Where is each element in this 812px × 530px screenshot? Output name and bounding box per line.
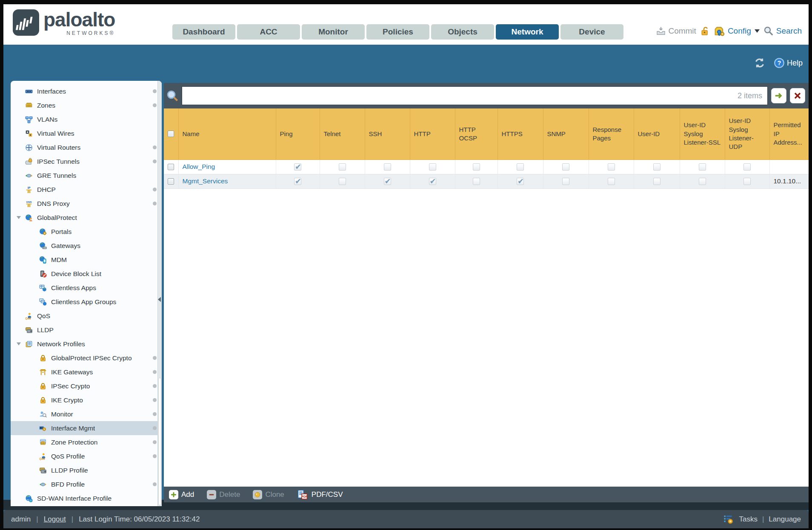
column-header-ping[interactable]: Ping xyxy=(276,108,320,160)
column-header-permitted-ip-address[interactable]: Permitted IP Address... xyxy=(769,108,809,160)
column-header-user-id-syslog-listener-udp[interactable]: User-ID Syslog Listener-UDP xyxy=(725,108,769,160)
tab-acc[interactable]: ACC xyxy=(237,24,300,40)
config-button[interactable]: Config xyxy=(714,26,760,37)
name-cell: Allow_Ping xyxy=(178,160,276,174)
sidebar-item-device-block-list[interactable]: Device Block List xyxy=(11,267,162,281)
search-label: Search xyxy=(776,26,802,36)
sidebar-item-lldp-profile[interactable]: LLDP Profile xyxy=(11,463,162,477)
virtual-wires-icon xyxy=(25,130,33,137)
delete-button: Delete xyxy=(207,490,240,499)
sidebar-item-virtual-routers[interactable]: Virtual Routers xyxy=(11,140,162,154)
add-button[interactable]: Add xyxy=(169,490,194,499)
commit-button[interactable]: Commit xyxy=(656,26,696,36)
language-link[interactable]: Language xyxy=(769,515,801,524)
column-header-telnet[interactable]: Telnet xyxy=(320,108,365,160)
sidebar-item-mdm[interactable]: MDM xyxy=(11,253,162,267)
response_pages-unchecked-indicator xyxy=(608,178,615,185)
column-header-response-pages[interactable]: Response Pages xyxy=(589,108,634,160)
virtual-routers-icon xyxy=(25,144,33,151)
sidebar-item-label: QoS Profile xyxy=(51,453,85,460)
column-header-user-id-syslog-listener-ssl[interactable]: User-ID Syslog Listener-SSL xyxy=(680,108,725,160)
sidebar-item-network-profiles[interactable]: Network Profiles xyxy=(11,337,162,351)
help-button[interactable]: ? Help xyxy=(774,57,803,68)
pdf-csv-button[interactable]: PDFPDF/CSV xyxy=(297,490,343,500)
sidebar-item-lldp[interactable]: LLDP xyxy=(11,323,162,337)
sidebar-item-bfd-profile[interactable]: BFD Profile xyxy=(11,477,162,491)
permitted-ip-cell: 10.1.10... xyxy=(769,174,809,188)
sidebar-item-zones[interactable]: Zones xyxy=(11,98,162,112)
refresh-icon[interactable] xyxy=(753,57,766,69)
lldp-icon xyxy=(25,326,33,334)
tab-policies[interactable]: Policies xyxy=(366,24,429,40)
sidebar-item-portals[interactable]: Portals xyxy=(11,225,162,239)
sidebar-item-interfaces[interactable]: Interfaces xyxy=(11,84,162,98)
tab-device[interactable]: Device xyxy=(560,24,623,40)
filter-input[interactable] xyxy=(187,87,734,105)
tasks-link[interactable]: Tasks xyxy=(739,515,757,524)
sidebar-item-label: IPSec Crypto xyxy=(51,382,90,390)
tab-network[interactable]: Network xyxy=(496,24,559,40)
column-header-http-ocsp[interactable]: HTTP OCSP xyxy=(455,108,497,160)
sidebar-item-ike-gateways[interactable]: IKE Gateways xyxy=(11,365,162,379)
sidebar-item-dns-proxy[interactable]: DNSDNS Proxy xyxy=(11,197,162,211)
column-header-ssh[interactable]: SSH xyxy=(365,108,410,160)
username-label: admin xyxy=(11,515,31,524)
top-actions: Commit Config Search xyxy=(656,26,802,37)
sidebar-collapse-icon[interactable] xyxy=(158,297,161,302)
sidebar-item-gateways[interactable]: Gateways xyxy=(11,239,162,253)
permitted-ip-cell xyxy=(769,160,809,174)
sidebar-item-label: Device Block List xyxy=(51,270,101,278)
sidebar-item-label: LLDP xyxy=(37,326,54,334)
sidebar-item-clientless-apps[interactable]: Clientless Apps xyxy=(11,281,162,295)
sidebar-item-vlans[interactable]: VLANs xyxy=(11,112,162,126)
logout-link[interactable]: Logout xyxy=(44,515,66,524)
global-search-button[interactable]: Search xyxy=(763,26,802,36)
column-header-name[interactable]: Name xyxy=(178,108,276,160)
profile-name-link[interactable]: Mgmt_Services xyxy=(183,177,228,185)
separator: | xyxy=(36,515,38,524)
sidebar-item-virtual-wires[interactable]: Virtual Wires xyxy=(11,126,162,140)
sidebar-item-globalprotect-ipsec-crypto[interactable]: GlobalProtect IPSec Crypto xyxy=(11,351,162,365)
tab-dashboard[interactable]: Dashboard xyxy=(172,24,235,40)
sidebar-item-ike-crypto[interactable]: IKE Crypto xyxy=(11,393,162,407)
expand-arrow-icon[interactable] xyxy=(17,342,25,345)
sidebar-scrollbar[interactable] xyxy=(157,81,162,506)
column-header-user-id[interactable]: User-ID xyxy=(634,108,680,160)
https-cell xyxy=(497,160,543,174)
tab-monitor[interactable]: Monitor xyxy=(302,24,365,40)
clear-filter-button[interactable] xyxy=(790,88,805,103)
sidebar-item-qos[interactable]: QoSQoS xyxy=(11,309,162,323)
sidebar-item-ipsec-crypto[interactable]: IPSec Crypto xyxy=(11,379,162,393)
tab-objects[interactable]: Objects xyxy=(431,24,494,40)
sidebar-item-sd-wan-interface-profile[interactable]: SD-WAN Interface Profile xyxy=(11,491,162,505)
row-checkbox[interactable] xyxy=(168,164,174,170)
expand-arrow-icon[interactable] xyxy=(17,216,25,219)
separator: | xyxy=(71,515,73,524)
sidebar-item-monitor[interactable]: Monitor xyxy=(11,407,162,421)
sidebar-item-gre-tunnels[interactable]: GRE Tunnels xyxy=(11,168,162,182)
apply-filter-button[interactable] xyxy=(771,88,786,103)
sidebar-item-zone-protection[interactable]: Zone Protection xyxy=(11,435,162,449)
sidebar-scrollbar-thumb[interactable] xyxy=(158,378,161,505)
sidebar-item-globalprotect[interactable]: GlobalProtect xyxy=(11,211,162,225)
svg-text:QoS: QoS xyxy=(40,457,45,460)
column-header-https[interactable]: HTTPS xyxy=(497,108,543,160)
sidebar-item-qos-profile[interactable]: QoSQoS Profile xyxy=(11,449,162,463)
column-header-snmp[interactable]: SNMP xyxy=(543,108,589,160)
lock-icon xyxy=(39,396,47,404)
status-dot xyxy=(153,482,157,486)
clone-icon xyxy=(253,490,262,499)
bfd-profile-icon xyxy=(39,481,47,488)
results-table: NamePingTelnetSSHHTTPHTTP OCSPHTTPSSNMPR… xyxy=(164,108,809,189)
row-checkbox[interactable] xyxy=(168,178,174,185)
sidebar-item-dhcp[interactable]: IPDHCP xyxy=(11,182,162,197)
https-unchecked-indicator xyxy=(517,163,524,171)
lock-open-icon[interactable] xyxy=(700,26,710,36)
column-header-http[interactable]: HTTP xyxy=(410,108,455,160)
http-checked-indicator xyxy=(429,178,436,185)
sidebar-item-clientless-app-groups[interactable]: Clientless App Groups xyxy=(11,295,162,309)
sidebar-item-interface-mgmt[interactable]: Interface Mgmt xyxy=(11,421,162,435)
profile-name-link[interactable]: Allow_Ping xyxy=(183,163,215,170)
sidebar-item-ipsec-tunnels[interactable]: IPSec Tunnels xyxy=(11,154,162,168)
select-all-checkbox[interactable] xyxy=(168,131,174,137)
